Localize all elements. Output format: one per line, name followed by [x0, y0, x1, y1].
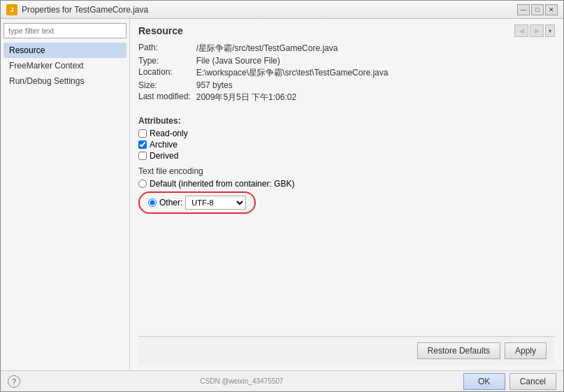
window-title: Properties for TestGameCore.java: [22, 5, 148, 15]
sidebar-item-resource[interactable]: Resource: [3, 43, 126, 58]
nav-dropdown-button[interactable]: ▾: [545, 24, 555, 37]
size-value: 957 bytes: [196, 80, 555, 90]
type-label: Type:: [138, 56, 191, 66]
derived-row: Derived: [138, 151, 555, 161]
location-value: E:\workspace\星际争霸\src\test\TestGameCore.…: [196, 67, 555, 79]
restore-defaults-button[interactable]: Restore Defaults: [417, 342, 500, 359]
filter-input[interactable]: [3, 23, 126, 38]
properties-table: Path: /星际争霸/src/test/TestGameCore.java T…: [138, 43, 555, 103]
modified-value: 2009年5月5日 下午1:06:02: [196, 92, 555, 103]
sidebar-item-freemarker[interactable]: FreeMarker Context: [3, 58, 126, 73]
watermark: CSDN @weixin_43475507: [200, 377, 283, 385]
default-encoding-label: Default (inherited from container: GBK): [150, 179, 294, 189]
minimize-button[interactable]: —: [517, 4, 530, 15]
help-button[interactable]: ?: [8, 375, 20, 388]
modified-label: Last modified:: [138, 92, 191, 103]
close-button[interactable]: ✕: [545, 4, 558, 15]
path-label: Path:: [138, 43, 191, 55]
derived-checkbox[interactable]: [138, 152, 147, 160]
other-encoding-radio[interactable]: [148, 198, 157, 207]
derived-label: Derived: [150, 151, 178, 161]
title-bar-left: J Properties for TestGameCore.java: [6, 4, 148, 15]
footer-bar: ? CSDN @weixin_43475507 OK Cancel: [1, 370, 563, 391]
type-value: File (Java Source File): [196, 56, 555, 66]
path-value: /星际争霸/src/test/TestGameCore.java: [196, 43, 555, 55]
sidebar: Resource FreeMarker Context Run/Debug Se…: [1, 19, 130, 370]
panel-nav-arrows: ◀ ▶ ▾: [514, 24, 555, 37]
encoding-title: Text file encoding: [138, 166, 555, 176]
default-encoding-radio[interactable]: [138, 180, 147, 188]
nav-back-button[interactable]: ◀: [514, 24, 528, 37]
maximize-button[interactable]: □: [531, 4, 544, 15]
archive-label: Archive: [150, 140, 178, 150]
archive-row: Archive: [138, 140, 555, 150]
encoding-select[interactable]: UTF-8 GBK ISO-8859-1 US-ASCII UTF-16: [185, 196, 246, 210]
archive-checkbox[interactable]: [138, 140, 147, 149]
sidebar-item-rundebug[interactable]: Run/Debug Settings: [3, 73, 126, 89]
panel-header: Resource ◀ ▶ ▾: [138, 24, 555, 37]
properties-dialog: J Properties for TestGameCore.java — □ ✕…: [0, 0, 564, 392]
title-bar: J Properties for TestGameCore.java — □ ✕: [1, 1, 563, 19]
panel-title: Resource: [138, 25, 183, 36]
window-icon: J: [6, 4, 17, 15]
attributes-section: Attributes: Read-only Archive Derived: [138, 110, 555, 162]
encoding-section: Text file encoding Default (inherited fr…: [138, 166, 555, 217]
other-encoding-label: Other:: [159, 198, 182, 208]
apply-button[interactable]: Apply: [505, 342, 547, 359]
main-content: Resource FreeMarker Context Run/Debug Se…: [1, 19, 563, 370]
right-panel: Resource ◀ ▶ ▾ Path: /星际争霸/src/test/Test…: [130, 19, 563, 370]
cancel-button[interactable]: Cancel: [509, 373, 556, 390]
title-buttons: — □ ✕: [517, 4, 558, 15]
ok-cancel-buttons: OK Cancel: [463, 373, 556, 390]
ok-button[interactable]: OK: [463, 373, 505, 390]
bottom-buttons-bar: Restore Defaults Apply: [138, 336, 555, 365]
other-encoding-row: Other: UTF-8 GBK ISO-8859-1 US-ASCII UTF…: [138, 191, 256, 214]
nav-forward-button[interactable]: ▶: [530, 24, 544, 37]
readonly-row: Read-only: [138, 129, 555, 138]
location-label: Location:: [138, 67, 191, 79]
readonly-checkbox[interactable]: [138, 129, 147, 138]
attributes-label: Attributes:: [138, 116, 555, 126]
default-encoding-row: Default (inherited from container: GBK): [138, 179, 555, 189]
size-label: Size:: [138, 80, 191, 90]
readonly-label: Read-only: [150, 129, 188, 138]
